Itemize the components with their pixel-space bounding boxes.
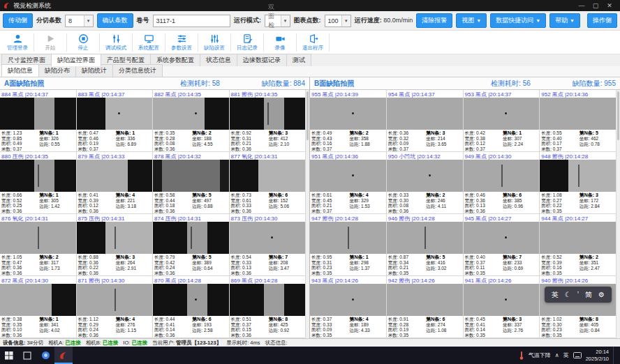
notification-center-button[interactable] (613, 347, 616, 364)
drive-side-button[interactable]: 传动侧 (3, 13, 33, 28)
defect-cell[interactable]: 873 压伤 |20:14:30长度: 0.54宽度: 0.33面积: 0.13… (230, 214, 307, 276)
defect-cell[interactable]: 954 黑点 |20:14:37长度: 0.36宽度: 0.32面积: 0.09… (387, 90, 464, 152)
defect-image[interactable] (464, 98, 540, 130)
log-record-button[interactable]: 日志记录 (231, 33, 263, 52)
roll-number-input[interactable]: 3117-1 (153, 15, 231, 27)
defect-cell[interactable]: 949 黑点 |20:14:30长度: 0.46宽度: 0.36面积: 0.13… (464, 152, 540, 214)
defect-image[interactable] (77, 222, 153, 254)
start-button[interactable]: 开始 (34, 33, 66, 52)
confirm-count-button[interactable]: 确认条数 (97, 13, 133, 28)
defect-image[interactable] (77, 160, 153, 192)
chart-points-select[interactable]: 100 ▾ (325, 15, 351, 27)
defect-image[interactable] (310, 160, 386, 192)
keyboard-icon[interactable] (573, 352, 582, 358)
panel-a-scrollbar[interactable] (306, 90, 309, 338)
defect-image[interactable] (387, 160, 463, 192)
defect-cell[interactable]: 955 黑点 |20:14:39长度: 0.49宽度: 0.43面积: 0.16… (310, 90, 387, 152)
tab-main-5[interactable]: 边缘数据记录 (237, 54, 287, 66)
defect-image[interactable] (310, 222, 386, 254)
admin-login-button[interactable]: 管理登录 (1, 33, 34, 52)
defect-image[interactable] (387, 98, 463, 130)
defect-cell[interactable]: 872 黑点 |20:14:30长度: 0.38宽度: 0.35面积: 0.10… (0, 276, 77, 338)
defect-cell[interactable]: 944 黑点 |20:14:27长度: 0.52宽度: 0.39面积: 0.16… (540, 214, 617, 276)
defect-image[interactable] (540, 98, 616, 130)
defect-image[interactable] (464, 222, 540, 254)
defect-cell[interactable]: 883 黑点 |20:14:37长度: 0.47宽度: 0.46面积: 0.19… (77, 90, 154, 152)
defect-cell[interactable]: 881 擦伤 |20:14:35长度: 0.92宽度: 0.31面积: 0.21… (230, 90, 307, 152)
defect-cell[interactable]: 878 黑点 |20:14:32长度: 0.58宽度: 0.44面积: 0.18… (153, 152, 230, 214)
defect-cell[interactable]: 874 压伤 |20:14:31长度: 0.79宽度: 0.42面积: 0.24… (153, 214, 230, 276)
defect-image[interactable] (230, 284, 306, 316)
tray-expand-icon[interactable]: ∧ (555, 352, 559, 358)
defect-cell[interactable]: 871 擦伤 |20:14:30长度: 1.12宽度: 0.29面积: 0.24… (77, 276, 154, 338)
defect-image[interactable] (0, 222, 76, 254)
defect-cell[interactable]: 869 黑点 |20:14:28长度: 0.51宽度: 0.37面积: 0.15… (230, 276, 307, 338)
defect-cell[interactable]: 880 压伤 |20:14:35长度: 0.66宽度: 0.52面积: 0.25… (0, 152, 77, 214)
tab-main-6[interactable]: 测试 (286, 54, 311, 66)
clear-alarm-button[interactable]: 清除报警 (416, 13, 452, 28)
defect-cell[interactable]: 946 擦伤 |20:14:28长度: 0.87宽度: 0.34面积: 0.21… (387, 214, 464, 276)
tab-sub-0[interactable]: 缺陷信息 (1, 64, 39, 77)
defect-image[interactable] (230, 222, 306, 254)
defect-cell[interactable]: 875 压伤 |20:14:31长度: 0.88宽度: 0.36面积: 0.22… (77, 214, 154, 276)
minimize-button[interactable]: — (575, 1, 589, 10)
simplified-toggle[interactable]: 简 (585, 290, 592, 300)
defect-image[interactable] (0, 160, 76, 192)
defect-cell[interactable]: 943 黑点 |20:14:26长度: 0.37宽度: 0.33面积: 0.09… (310, 276, 387, 338)
tab-main-1[interactable]: 缺陷监控界面 (51, 54, 101, 66)
defect-cell[interactable]: 941 黑点 |20:14:26长度: 0.45宽度: 0.41面积: 0.14… (464, 276, 540, 338)
defect-image[interactable] (540, 160, 616, 192)
defect-cell[interactable]: 950 小凹坑 |20:14:32长度: 0.33宽度: 0.30面积: 0.0… (387, 152, 464, 214)
parameter-settings-button[interactable]: 参数设置 (165, 33, 198, 52)
data-quick-access-menu-button[interactable]: 数据快捷访问▼ (490, 13, 546, 28)
defect-image[interactable] (0, 98, 76, 130)
defect-image[interactable] (540, 222, 616, 254)
defect-cell[interactable]: 953 黑点 |20:14:37长度: 0.42宽度: 0.38面积: 0.12… (464, 90, 540, 152)
language-indicator[interactable]: 英 (563, 351, 569, 359)
run-mode-select[interactable]: 双面检测 ▾ (265, 15, 290, 27)
defect-image[interactable] (464, 284, 540, 316)
defect-image[interactable] (310, 284, 386, 316)
defect-image[interactable] (153, 284, 229, 316)
defect-cell[interactable]: 952 黑点 |20:14:36长度: 0.55宽度: 0.40面积: 0.17… (540, 90, 617, 152)
defect-cell[interactable]: 877 氧化 |20:14:31长度: 0.73宽度: 0.61面积: 0.33… (230, 152, 307, 214)
defect-image[interactable] (230, 98, 306, 130)
gear-icon[interactable]: ⚙ (598, 291, 605, 298)
defect-cell[interactable]: 951 黑点 |20:14:36长度: 0.61宽度: 0.45面积: 0.21… (310, 152, 387, 214)
defect-image[interactable] (230, 160, 306, 192)
defect-cell[interactable]: 879 黑点 |20:14:33长度: 0.41宽度: 0.39面积: 0.12… (77, 152, 154, 214)
slit-count-select[interactable]: 8 ▾ (65, 15, 94, 27)
record-video-button[interactable]: 录像 (264, 33, 296, 52)
defect-image[interactable] (153, 160, 229, 192)
taskbar-inspection-app-button[interactable] (54, 347, 73, 364)
tab-sub-3[interactable]: 分类信息统计 (112, 64, 163, 77)
debug-mode-button[interactable]: 调试模式 (100, 33, 132, 52)
defect-cell[interactable]: 884 黑点 |20:14:37长度: 1.23宽度: 0.85面积: 0.49… (0, 90, 77, 152)
defect-image[interactable] (153, 98, 229, 130)
defect-cell[interactable]: 940 擦伤 |20:14:26长度: 1.02宽度: 0.30面积: 0.23… (540, 276, 617, 338)
defect-cell[interactable]: 942 擦伤 |20:14:26长度: 0.91宽度: 0.28面积: 0.19… (387, 276, 464, 338)
exit-program-button[interactable]: 退出程序 (297, 33, 329, 52)
view-menu-button[interactable]: 视图▼ (456, 13, 487, 28)
help-menu-button[interactable]: 帮助▼ (549, 13, 580, 28)
moon-icon[interactable]: ☾ (565, 291, 571, 298)
operator-side-button[interactable]: 操作侧 (587, 13, 617, 28)
defect-cell[interactable]: 945 黑点 |20:14:27长度: 0.40宽度: 0.37面积: 0.11… (464, 214, 540, 276)
close-button[interactable]: ✕ (603, 1, 617, 10)
defect-image[interactable] (77, 98, 153, 130)
defect-cell[interactable]: 870 黑点 |20:14:28长度: 0.44宽度: 0.41面积: 0.14… (153, 276, 230, 338)
defect-image[interactable] (0, 284, 76, 316)
defect-image[interactable] (387, 284, 463, 316)
start-button[interactable] (0, 347, 18, 364)
taskbar-browser-button[interactable] (36, 347, 54, 364)
taskbar-clock[interactable]: 20:14 2025/2/10 (586, 349, 609, 362)
defect-image[interactable] (464, 160, 540, 192)
panel-b-scrollbar[interactable] (617, 90, 620, 338)
tab-main-4[interactable]: 状态信息 (200, 54, 237, 66)
stop-button[interactable]: 停止 (67, 33, 99, 52)
defect-image[interactable] (310, 98, 386, 130)
defect-cell[interactable]: 947 擦伤 |20:14:28长度: 0.95宽度: 0.31面积: 0.23… (310, 214, 387, 276)
weather-text[interactable]: 气温下降 (529, 351, 551, 359)
defect-settings-button[interactable]: 缺陷设置 (198, 33, 230, 52)
defect-cell[interactable]: 882 黑点 |20:14:35长度: 0.35宽度: 0.28面积: 0.08… (153, 90, 230, 152)
